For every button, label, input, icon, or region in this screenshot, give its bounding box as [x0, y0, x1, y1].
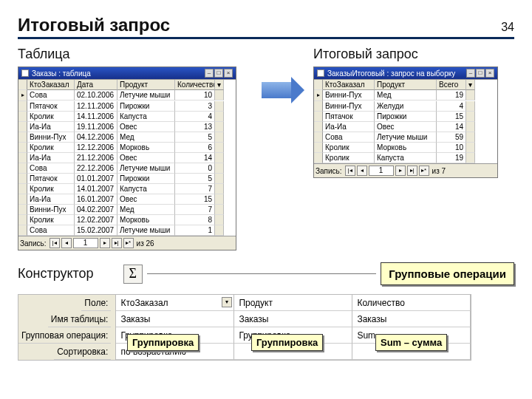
design-cell[interactable]: Заказы — [234, 311, 352, 327]
nav-first-button[interactable]: |◂ — [50, 238, 60, 248]
table-row[interactable]: КроликКапуста19 — [314, 153, 497, 163]
table-row[interactable]: Иа-ИаОвес14 — [314, 122, 497, 132]
table-row[interactable]: ▸Винни-ПухМед19 — [314, 90, 497, 101]
table-row[interactable]: Кролик14.11.2006Капуста4 — [18, 112, 236, 122]
design-cell[interactable]: Продукт — [234, 295, 352, 311]
minimize-button[interactable]: – — [466, 69, 475, 78]
nav-label: Запись: — [20, 239, 48, 248]
design-row-label: Сортировка: — [54, 344, 111, 360]
sigma-button[interactable]: Σ — [123, 265, 143, 284]
table-row[interactable]: Пятачок12.11.2006Пирожки3 — [18, 101, 236, 112]
table-row[interactable]: СоваЛетучие мыши59 — [314, 132, 497, 143]
design-row-label: Имя таблицы: — [48, 311, 112, 327]
query-window: ЗаказыИтоговый : запрос на выборку – □ ×… — [313, 66, 498, 178]
nav-new-button[interactable]: ▸* — [419, 166, 429, 176]
query-datagrid: КтоЗаказалПродуктВсего▾▸Винни-ПухМед19Ви… — [314, 79, 497, 163]
design-cell[interactable]: Заказы — [116, 311, 234, 327]
table-window-title: Заказы : таблица — [32, 69, 205, 78]
nav-new-button[interactable]: ▸* — [123, 238, 134, 248]
design-cell[interactable]: КтоЗаказал▾ — [116, 295, 234, 311]
nav-total: из 26 — [135, 239, 154, 248]
query-doc-icon — [317, 69, 324, 77]
section-query-label: Итоговый запрос — [313, 47, 514, 62]
section-table-label: Таблица — [18, 47, 239, 62]
arrow-icon — [262, 82, 291, 250]
table-row[interactable]: Пятачок01.01.2007Пирожки5 — [18, 174, 236, 184]
group-callout-1: Группировка — [127, 334, 199, 351]
nav-prev-button[interactable]: ◂ — [61, 238, 72, 248]
nav-total: из 7 — [431, 167, 446, 175]
table-row[interactable]: Иа-Иа21.12.2006Овес14 — [18, 153, 236, 163]
table-row[interactable]: Сова15.02.2007Летучие мыши1 — [18, 225, 236, 236]
nav-position[interactable]: 1 — [73, 238, 98, 248]
maximize-button[interactable]: □ — [476, 69, 485, 78]
design-row-labels: Поле:Имя таблицы:Групповая операция:Сорт… — [18, 294, 115, 361]
table-row[interactable]: Иа-Иа16.01.2007Овес15 — [18, 194, 236, 205]
table-row[interactable]: ПятачокПирожки15 — [314, 112, 497, 122]
query-window-title: ЗаказыИтоговый : запрос на выборку — [327, 69, 466, 78]
table-window: Заказы : таблица – □ × КтоЗаказалДатаПро… — [18, 66, 236, 250]
table-row[interactable]: Кролик14.01.2007Капуста7 — [18, 184, 236, 194]
maximize-button[interactable]: □ — [214, 69, 223, 78]
nav-position[interactable]: 1 — [369, 166, 394, 176]
close-button[interactable]: × — [224, 69, 233, 78]
close-button[interactable]: × — [485, 69, 494, 78]
nav-last-button[interactable]: ▸| — [407, 166, 417, 176]
group-callout-2: Группировка — [251, 334, 323, 351]
table-row[interactable]: Винни-Пух04.02.2007Мед7 — [18, 205, 236, 215]
design-row-label: Групповая операция: — [18, 327, 111, 344]
section-constructor-label: Конструктор — [18, 266, 94, 282]
connector-line — [147, 273, 377, 274]
table-doc-icon — [21, 69, 29, 77]
nav-next-button[interactable]: ▸ — [100, 238, 110, 248]
table-row[interactable]: Иа-Иа19.11.2006Овес13 — [18, 122, 236, 132]
page-title: Итоговый запрос — [18, 15, 170, 35]
nav-label: Запись: — [316, 167, 344, 175]
group-ops-callout: Групповые операции — [381, 262, 514, 285]
query-record-nav: Запись: |◂ ◂ 1 ▸ ▸| ▸* из 7 — [314, 163, 497, 177]
nav-last-button[interactable]: ▸| — [112, 238, 122, 248]
nav-next-button[interactable]: ▸ — [395, 166, 406, 176]
dropdown-icon[interactable]: ▾ — [222, 297, 232, 307]
table-row[interactable]: Винни-ПухЖелуди4 — [314, 101, 497, 112]
table-datagrid: КтоЗаказалДатаПродуктКоличество▾▸Сова02.… — [18, 79, 236, 236]
table-row[interactable]: Винни-Пух04.12.2006Мед5 — [18, 132, 236, 143]
table-row[interactable]: Кролик12.12.2006Морковь6 — [18, 143, 236, 153]
sum-callout: Sum – сумма — [375, 334, 447, 351]
design-cell[interactable]: Количество — [352, 295, 471, 311]
page-number: 34 — [501, 21, 514, 34]
design-cell[interactable]: Заказы — [352, 311, 471, 327]
nav-prev-button[interactable]: ◂ — [357, 166, 367, 176]
table-row[interactable]: ▸Сова02.10.2006Летучие мыши10 — [18, 90, 236, 101]
table-row[interactable]: Кролик12.02.2007Морковь8 — [18, 215, 236, 225]
design-row-label: Поле: — [81, 295, 111, 311]
table-row[interactable]: КроликМорковь10 — [314, 143, 497, 153]
table-record-nav: Запись: |◂ ◂ 1 ▸ ▸| ▸* из 26 — [18, 236, 236, 250]
table-row[interactable]: Сова22.12.2006Летучие мыши0 — [18, 163, 236, 174]
minimize-button[interactable]: – — [205, 69, 214, 78]
nav-first-button[interactable]: |◂ — [345, 166, 355, 176]
